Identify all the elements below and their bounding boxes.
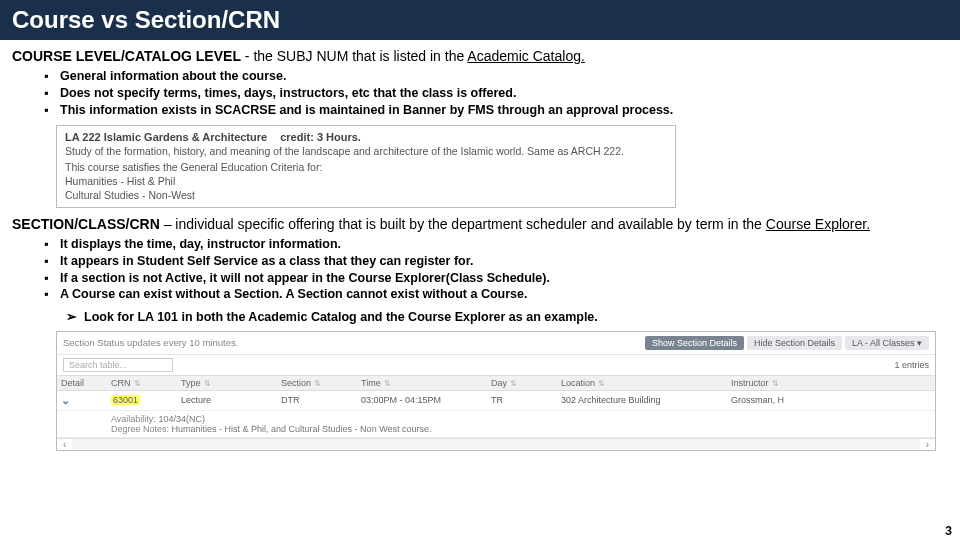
cell-time: 03:00PM - 04:15PM: [357, 390, 487, 410]
col-detail[interactable]: Detail: [57, 375, 107, 390]
academic-catalog-link[interactable]: Academic Catalog.: [467, 48, 585, 64]
course-level-text: - the SUBJ NUM that is listed in the: [241, 48, 467, 64]
catalog-credit: credit: 3 Hours.: [280, 131, 361, 143]
degree-notes-value: Humanities - Hist & Phil, and Cultural S…: [172, 424, 432, 434]
course-explorer-link[interactable]: Course Explorer.: [766, 216, 870, 232]
section-level-bold: SECTION/CLASS/CRN: [12, 216, 160, 232]
course-level-bold: COURSE LEVEL/CATALOG LEVEL: [12, 48, 241, 64]
slide-title: Course vs Section/CRN: [0, 0, 960, 40]
col-type[interactable]: Type⇅: [177, 375, 277, 390]
section-level-heading: SECTION/CLASS/CRN – individual specific …: [12, 216, 948, 232]
sort-icon[interactable]: ⇅: [598, 379, 605, 388]
catalog-description: Study of the formation, history, and mea…: [65, 144, 667, 158]
list-item: General information about the course.: [60, 68, 948, 85]
section-level-sub-bullets: Look for LA 101 in both the Academic Cat…: [12, 309, 948, 327]
list-item: It appears in Student Self Service as a …: [60, 253, 948, 270]
table-row: ⌄ 63001 Lecture DTR 03:00PM - 04:15PM TR…: [57, 390, 935, 410]
catalog-tag: Cultural Studies - Non-West: [65, 189, 667, 201]
explorer-topbar: Section Status updates every 10 minutes.…: [57, 332, 935, 355]
list-item: It displays the time, day, instructor in…: [60, 236, 948, 253]
cell-day: TR: [487, 390, 557, 410]
course-level-heading: COURSE LEVEL/CATALOG LEVEL - the SUBJ NU…: [12, 48, 948, 64]
sort-icon[interactable]: ⇅: [204, 379, 211, 388]
col-location[interactable]: Location⇅: [557, 375, 727, 390]
catalog-tag: Humanities - Hist & Phil: [65, 175, 667, 187]
col-crn[interactable]: CRN⇅: [107, 375, 177, 390]
col-time[interactable]: Time⇅: [357, 375, 487, 390]
scroll-left-icon[interactable]: ‹: [57, 439, 72, 450]
section-table: Detail CRN⇅ Type⇅ Section⇅ Time⇅ Day⇅ Lo…: [57, 375, 935, 438]
col-instructor[interactable]: Instructor⇅: [727, 375, 935, 390]
page-number: 3: [945, 524, 952, 538]
table-header-row: Detail CRN⇅ Type⇅ Section⇅ Time⇅ Day⇅ Lo…: [57, 375, 935, 390]
slide-content: COURSE LEVEL/CATALOG LEVEL - the SUBJ NU…: [0, 40, 960, 455]
class-filter-dropdown[interactable]: LA - All Classes ▾: [845, 336, 929, 350]
catalog-snippet: LA 222 Islamic Gardens & Architecture cr…: [56, 125, 676, 208]
hide-section-details-button[interactable]: Hide Section Details: [747, 336, 842, 350]
list-item: Look for LA 101 in both the Academic Cat…: [84, 309, 948, 327]
list-item: If a section is not Active, it will not …: [60, 270, 948, 287]
section-level-bullets: It displays the time, day, instructor in…: [12, 236, 948, 304]
status-text: Section Status updates every 10 minutes.: [63, 337, 642, 348]
explorer-search-row: Search table... 1 entries: [57, 355, 935, 375]
sort-icon[interactable]: ⇅: [314, 379, 321, 388]
show-section-details-button[interactable]: Show Section Details: [645, 336, 744, 350]
degree-notes-label: Degree Notes:: [111, 424, 169, 434]
search-input[interactable]: Search table...: [63, 358, 173, 372]
section-level-text: – individual specific offering that is b…: [160, 216, 766, 232]
col-day[interactable]: Day⇅: [487, 375, 557, 390]
catalog-code-title: LA 222 Islamic Gardens & Architecture: [65, 131, 267, 143]
course-level-bullets: General information about the course. Do…: [12, 68, 948, 119]
sort-icon[interactable]: ⇅: [510, 379, 517, 388]
list-item: This information exists in SCACRSE and i…: [60, 102, 948, 119]
sort-icon[interactable]: ⇅: [384, 379, 391, 388]
availability-value: 104/34(NC): [158, 414, 205, 424]
cell-type: Lecture: [177, 390, 277, 410]
availability-label: Availability:: [111, 414, 156, 424]
sort-icon[interactable]: ⇅: [772, 379, 779, 388]
expand-icon[interactable]: ⌄: [61, 394, 70, 406]
catalog-gened-intro: This course satisfies the General Educat…: [65, 161, 667, 173]
cell-location: 302 Architecture Building: [557, 390, 727, 410]
horizontal-scrollbar[interactable]: ‹ ›: [57, 438, 935, 450]
cell-instructor: Grossman, H: [727, 390, 935, 410]
course-explorer-snippet: Section Status updates every 10 minutes.…: [56, 331, 936, 451]
entries-count: 1 entries: [894, 360, 929, 370]
list-item: Does not specify terms, times, days, ins…: [60, 85, 948, 102]
availability-row: Availability: 104/34(NC) Degree Notes: H…: [57, 410, 935, 437]
scroll-right-icon[interactable]: ›: [920, 439, 935, 450]
cell-crn: 63001: [107, 390, 177, 410]
scroll-track[interactable]: [72, 439, 919, 449]
cell-section: DTR: [277, 390, 357, 410]
col-section[interactable]: Section⇅: [277, 375, 357, 390]
list-item: A Course can exist without a Section. A …: [60, 286, 948, 303]
sort-icon[interactable]: ⇅: [134, 379, 141, 388]
